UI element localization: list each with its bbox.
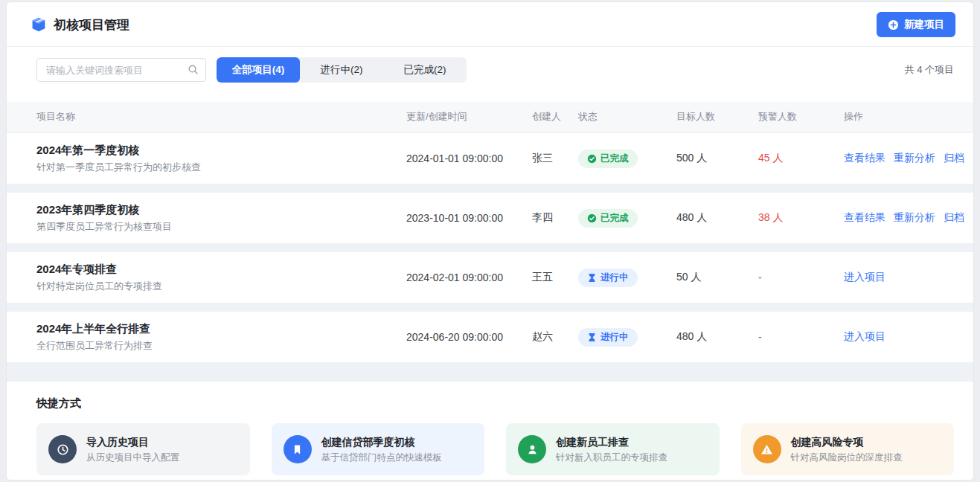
plus-circle-icon: [888, 19, 899, 30]
page-header: 初核项目管理 新建项目: [7, 2, 973, 46]
tab-in-progress[interactable]: 进行中(2): [300, 57, 383, 83]
enter-project-link[interactable]: 进入项目: [844, 330, 885, 344]
hourglass-icon: [587, 332, 597, 342]
project-creator: 赵六: [532, 330, 578, 344]
search-input[interactable]: [36, 58, 206, 82]
view-results-link[interactable]: 查看结果: [844, 152, 885, 165]
search-icon[interactable]: [188, 64, 199, 75]
shortcut-text: 创建新员工排查 针对新入职员工的专项排查: [556, 434, 667, 464]
project-name: 2024年专项排查: [36, 261, 406, 277]
col-update-time: 更新/创建时间: [406, 110, 532, 123]
col-actions: 操作: [844, 110, 973, 123]
warning-count: 38 人: [758, 211, 844, 225]
warning-count: 45 人: [758, 152, 844, 165]
table-row: 2024年专项排查 针对特定岗位员工的专项排查 2024-02-01 09:00…: [7, 252, 973, 303]
shortcut-desc: 从历史项目中导入配置: [86, 451, 179, 464]
total-count: 共 4 个项目: [905, 63, 954, 77]
shortcut-desc: 针对新入职员工的专项排查: [556, 451, 667, 464]
toolbar: 全部项目(4) 进行中(2) 已完成(2) 共 4 个项目: [7, 47, 973, 93]
warning-icon: [753, 435, 781, 463]
archive-link[interactable]: 归档: [944, 152, 964, 165]
row-actions: 查看结果 重新分析 归档: [844, 211, 973, 225]
row-actions: 进入项目: [844, 271, 973, 284]
main-panel: 初核项目管理 新建项目 全部项目(4) 进行中(2): [6, 1, 974, 481]
project-desc: 针对第一季度员工异常行为的初步核查: [36, 160, 406, 175]
project-table: 项目名称 更新/创建时间 创建人 状态 目标人数 预警人数 操作 2024年第一…: [7, 102, 973, 382]
status-cell: 已完成: [578, 150, 676, 168]
shortcuts-section: 快捷方式 导入历史项目 从历史项目中导入配置: [7, 382, 973, 481]
new-project-button[interactable]: 新建项目: [877, 12, 955, 37]
project-filter-tabs: 全部项目(4) 进行中(2) 已完成(2): [217, 57, 467, 83]
warning-count: -: [758, 331, 844, 343]
col-target-count: 目标人数: [676, 110, 758, 123]
col-status: 状态: [578, 110, 676, 123]
reanalyze-link[interactable]: 重新分析: [894, 211, 935, 225]
shortcuts-heading: 快捷方式: [36, 396, 954, 411]
shortcut-text: 导入历史项目 从历史项目中导入配置: [86, 434, 179, 464]
view-results-link[interactable]: 查看结果: [844, 211, 885, 225]
search-box: [36, 58, 206, 82]
project-desc: 全行范围员工异常行为排查: [36, 338, 406, 353]
shortcut-title: 创建新员工排查: [556, 434, 667, 449]
table-row: 2024年第一季度初核 针对第一季度员工异常行为的初步核查 2024-01-01…: [7, 133, 973, 184]
check-circle-icon: [587, 154, 597, 164]
app-cube-icon: [31, 16, 47, 33]
project-name: 2023年第四季度初核: [36, 202, 406, 218]
project-name-cell: 2023年第四季度初核 第四季度员工异常行为核查项目: [36, 202, 406, 234]
row-actions: 查看结果 重新分析 归档: [844, 152, 973, 165]
project-name-cell: 2024年第一季度初核 针对第一季度员工异常行为的初步核查: [36, 142, 406, 175]
table-row: 2023年第四季度初核 第四季度员工异常行为核查项目 2023-10-01 09…: [7, 193, 973, 243]
project-time: 2023-10-01 09:00:00: [406, 212, 532, 224]
project-name: 2024年第一季度初核: [36, 142, 406, 158]
new-project-label: 新建项目: [904, 18, 944, 31]
target-count: 480 人: [676, 330, 758, 344]
clock-icon: [48, 435, 77, 463]
bookmark-icon: [284, 435, 312, 463]
status-badge: 进行中: [578, 328, 638, 347]
project-time: 2024-06-20 09:00:00: [406, 331, 532, 343]
shortcut-desc: 基于信贷部门特点的快速模板: [321, 451, 443, 464]
project-desc: 针对特定岗位员工的专项排查: [36, 279, 406, 294]
status-badge: 已完成: [578, 209, 638, 228]
shortcut-text: 创建高风险专项 针对高风险岗位的深度排查: [791, 434, 903, 464]
shortcut-title: 导入历史项目: [86, 434, 179, 449]
page-title: 初核项目管理: [54, 16, 129, 33]
tab-all-projects[interactable]: 全部项目(4): [217, 57, 300, 83]
shortcut-title: 创建高风险专项: [791, 434, 903, 449]
reanalyze-link[interactable]: 重新分析: [894, 152, 935, 165]
col-warning-count: 预警人数: [758, 110, 844, 123]
shortcuts-grid: 导入历史项目 从历史项目中导入配置 创建信贷部季度初核 基于信贷部门特点的快速模…: [36, 423, 954, 475]
project-desc: 第四季度员工异常行为核查项目: [36, 219, 406, 234]
shortcut-credit-quarterly[interactable]: 创建信贷部季度初核 基于信贷部门特点的快速模板: [272, 423, 485, 475]
project-name: 2024年上半年全行排查: [36, 321, 406, 337]
status-cell: 进行中: [578, 269, 676, 287]
warning-count: -: [758, 271, 844, 283]
project-creator: 张三: [532, 152, 578, 165]
project-creator: 李四: [532, 211, 578, 225]
table-row: 2024年上半年全行排查 全行范围员工异常行为排查 2024-06-20 09:…: [7, 312, 973, 362]
check-circle-icon: [587, 213, 597, 223]
shortcut-import-history[interactable]: 导入历史项目 从历史项目中导入配置: [36, 423, 250, 475]
row-actions: 进入项目: [844, 330, 973, 344]
status-cell: 进行中: [578, 328, 676, 347]
project-creator: 王五: [532, 271, 578, 284]
user-icon: [518, 435, 546, 463]
project-name-cell: 2024年上半年全行排查 全行范围员工异常行为排查: [36, 321, 406, 353]
col-creator: 创建人: [532, 110, 578, 123]
shortcut-title: 创建信贷部季度初核: [321, 434, 443, 449]
project-name-cell: 2024年专项排查 针对特定岗位员工的专项排查: [36, 261, 406, 294]
target-count: 50 人: [676, 271, 758, 284]
shortcut-high-risk[interactable]: 创建高风险专项 针对高风险岗位的深度排查: [741, 423, 955, 475]
table-header-row: 项目名称 更新/创建时间 创建人 状态 目标人数 预警人数 操作: [7, 102, 973, 132]
target-count: 500 人: [676, 152, 758, 165]
project-time: 2024-02-01 09:00:00: [406, 271, 532, 283]
shortcut-new-employee[interactable]: 创建新员工排查 针对新入职员工的专项排查: [506, 423, 720, 475]
shortcut-text: 创建信贷部季度初核 基于信贷部门特点的快速模板: [321, 434, 443, 464]
enter-project-link[interactable]: 进入项目: [844, 271, 885, 284]
status-badge: 进行中: [578, 269, 638, 287]
archive-link[interactable]: 归档: [944, 211, 964, 225]
tab-completed[interactable]: 已完成(2): [383, 57, 467, 83]
project-time: 2024-01-01 09:00:00: [406, 152, 532, 164]
col-project-name: 项目名称: [36, 110, 406, 123]
status-badge: 已完成: [578, 150, 638, 168]
